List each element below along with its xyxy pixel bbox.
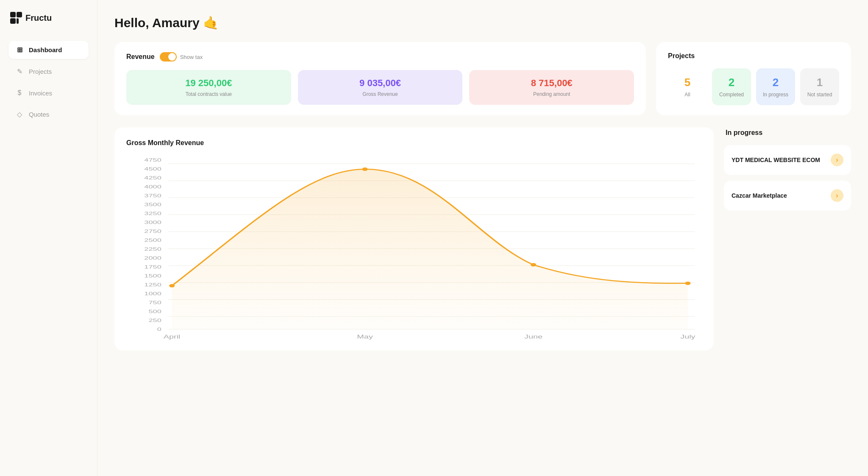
metric-gross-revenue: 9 035,00€ Gross Revenue	[298, 70, 463, 105]
sidebar-item-dashboard[interactable]: ⊞ Dashboard	[8, 41, 89, 59]
logo: Fructu	[8, 12, 89, 24]
chart-title: Gross Monthly Revenue	[126, 139, 702, 147]
svg-text:0: 0	[157, 327, 161, 332]
svg-text:4000: 4000	[144, 184, 161, 189]
dashboard-icon: ⊞	[15, 46, 24, 54]
metric-gross-revenue-value: 9 035,00€	[305, 78, 456, 89]
chart-point-april	[169, 284, 175, 288]
svg-text:June: June	[524, 334, 542, 339]
metric-pending-amount-label: Pending amount	[476, 91, 627, 97]
sidebar-item-invoices[interactable]: $ Invoices	[8, 84, 89, 102]
metric-pending-amount-value: 8 715,00€	[476, 78, 627, 89]
metric-total-contracts-value: 19 250,00€	[133, 78, 284, 89]
stat-all-number: 5	[673, 76, 702, 89]
logo-text: Fructu	[25, 13, 52, 23]
chart-point-july	[685, 282, 690, 285]
toggle-label: Show tax	[180, 54, 203, 60]
revenue-title: Revenue	[126, 53, 155, 61]
revenue-header: Revenue Show tax	[126, 52, 634, 62]
svg-rect-1	[17, 12, 22, 17]
metric-gross-revenue-label: Gross Revenue	[305, 91, 456, 97]
svg-text:2000: 2000	[144, 255, 161, 260]
stat-completed-number: 2	[717, 76, 746, 89]
sidebar-item-dashboard-label: Dashboard	[29, 46, 62, 53]
logo-icon	[10, 12, 22, 24]
main-content: Hello, Amaury 🤙 Revenue Show tax 19 250,…	[97, 0, 868, 476]
revenue-chart: 0 250 500 750 1000 1250 1500 1750 2000 2…	[126, 155, 702, 342]
svg-rect-0	[10, 12, 16, 17]
page-title: Hello, Amaury 🤙	[114, 15, 851, 30]
project-stats: 5 All 2 Completed 2 In progress 1 Not st…	[668, 68, 839, 105]
quotes-icon: ◇	[15, 110, 24, 118]
svg-rect-3	[17, 18, 19, 24]
svg-text:750: 750	[148, 300, 161, 305]
svg-text:500: 500	[148, 309, 161, 314]
stat-inprogress-number: 2	[761, 76, 790, 89]
chart-point-june	[531, 263, 536, 266]
svg-text:4750: 4750	[144, 157, 161, 162]
svg-text:1750: 1750	[144, 264, 161, 269]
stat-completed-label: Completed	[717, 92, 746, 98]
svg-text:May: May	[357, 334, 373, 339]
svg-text:250: 250	[148, 318, 161, 323]
svg-text:2500: 2500	[144, 238, 161, 243]
stat-notstarted-label: Not started	[805, 92, 834, 98]
inprogress-item-1-arrow[interactable]: ›	[831, 189, 843, 202]
chart-area: 0 250 500 750 1000 1250 1500 1750 2000 2…	[126, 155, 702, 342]
revenue-card: Revenue Show tax 19 250,00€ Total contra…	[114, 42, 646, 115]
stat-inprogress[interactable]: 2 In progress	[756, 68, 795, 105]
svg-text:4250: 4250	[144, 175, 161, 180]
sidebar-item-quotes[interactable]: ◇ Quotes	[8, 105, 89, 123]
stat-notstarted-number: 1	[805, 76, 834, 89]
show-tax-toggle[interactable]	[160, 52, 177, 62]
stat-completed[interactable]: 2 Completed	[712, 68, 751, 105]
svg-text:3250: 3250	[144, 211, 161, 216]
revenue-metrics: 19 250,00€ Total contracts value 9 035,0…	[126, 70, 634, 105]
svg-text:3750: 3750	[144, 193, 161, 198]
sidebar-item-projects-label: Projects	[29, 68, 52, 75]
toggle-knob	[168, 53, 176, 61]
projects-icon: ✎	[15, 67, 24, 76]
stat-all-label: All	[673, 92, 702, 98]
svg-text:3500: 3500	[144, 202, 161, 207]
top-row: Revenue Show tax 19 250,00€ Total contra…	[114, 42, 851, 115]
inprogress-item-1[interactable]: Cazcar Marketplace ›	[724, 181, 851, 210]
sidebar-item-invoices-label: Invoices	[29, 90, 52, 97]
metric-pending-amount: 8 715,00€ Pending amount	[469, 70, 634, 105]
inprogress-item-1-name: Cazcar Marketplace	[732, 192, 787, 199]
svg-text:1000: 1000	[144, 291, 161, 296]
metric-total-contracts: 19 250,00€ Total contracts value	[126, 70, 291, 105]
stat-all[interactable]: 5 All	[668, 68, 707, 105]
projects-title: Projects	[668, 52, 839, 60]
chart-card: Gross Monthly Revenue	[114, 127, 714, 350]
metric-total-contracts-label: Total contracts value	[133, 91, 284, 97]
sidebar-item-projects[interactable]: ✎ Projects	[8, 62, 89, 81]
invoices-icon: $	[15, 89, 24, 97]
chart-area-fill	[172, 169, 688, 329]
svg-text:2750: 2750	[144, 229, 161, 234]
toggle-wrap: Show tax	[160, 52, 203, 62]
inprogress-item-0-name: YDT MEDICAL WEBSITE ECOM	[732, 157, 820, 163]
svg-text:2250: 2250	[144, 246, 161, 252]
svg-text:1250: 1250	[144, 282, 161, 287]
inprogress-item-0-arrow[interactable]: ›	[831, 154, 843, 166]
inprogress-card: In progress YDT MEDICAL WEBSITE ECOM › C…	[724, 127, 851, 350]
inprogress-title: In progress	[724, 129, 851, 137]
sidebar-item-quotes-label: Quotes	[29, 111, 49, 118]
svg-text:4500: 4500	[144, 166, 161, 171]
svg-text:1500: 1500	[144, 273, 161, 278]
stat-notstarted[interactable]: 1 Not started	[800, 68, 839, 105]
inprogress-item-0[interactable]: YDT MEDICAL WEBSITE ECOM ›	[724, 145, 851, 175]
sidebar: Fructu ⊞ Dashboard ✎ Projects $ Invoices…	[0, 0, 97, 476]
bottom-row: Gross Monthly Revenue	[114, 127, 851, 350]
stat-inprogress-label: In progress	[761, 92, 790, 98]
svg-text:April: April	[164, 334, 181, 339]
projects-card: Projects 5 All 2 Completed 2 In progress…	[656, 42, 851, 115]
svg-rect-2	[10, 18, 16, 24]
svg-text:July: July	[680, 334, 696, 339]
chart-point-may	[362, 168, 367, 171]
svg-text:3000: 3000	[144, 220, 161, 225]
